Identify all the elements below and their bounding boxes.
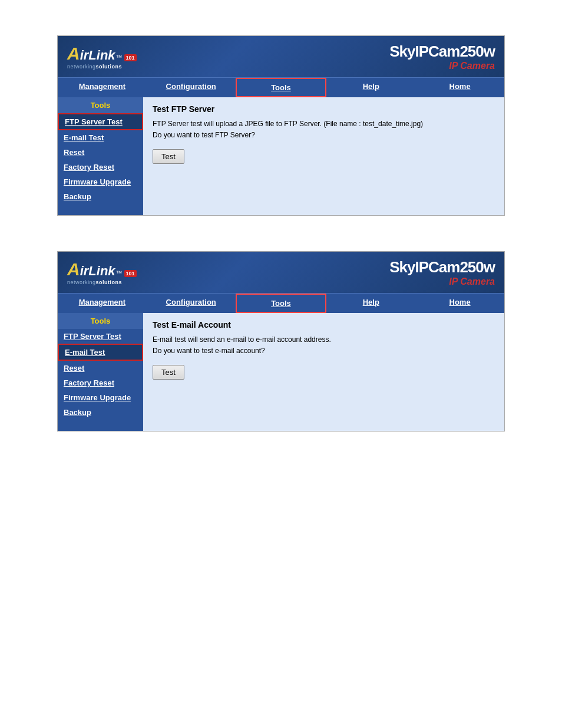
nav-tools-1[interactable]: Tools (236, 78, 327, 97)
sidebar-2: Tools FTP Server Test E-mail Test Reset … (58, 313, 143, 431)
nav-help-1[interactable]: Help (326, 78, 415, 97)
header-1: A irLink ™ 101 networkingsolutions SkyIP… (58, 36, 504, 77)
brand-title-1: SkyIPCam250w IP Camera (389, 42, 495, 71)
sidebar-email-test-2[interactable]: E-mail Test (58, 344, 143, 361)
brand-subtitle-2: IP Camera (389, 276, 495, 287)
content-title-2: Test E-mail Account (153, 320, 495, 330)
logo-a: A (67, 44, 80, 64)
main-1: Tools FTP Server Test E-mail Test Reset … (58, 97, 504, 215)
test-button-1[interactable]: Test (153, 149, 184, 164)
content-line1-2: E-mail test will send an e-mail to e-mai… (153, 335, 331, 344)
content-text-1: FTP Server test will upload a JPEG file … (153, 118, 495, 141)
networking-label-1: networkingsolutions (67, 64, 137, 70)
logo-row-1: A irLink ™ 101 (67, 44, 137, 64)
content-2: Test E-mail Account E-mail test will sen… (143, 313, 504, 431)
nav-tools-2[interactable]: Tools (236, 294, 327, 313)
brand-subtitle-1: IP Camera (389, 61, 495, 71)
camera-ui-2: A irLink ™ 101 networkingsolutions SkyIP… (57, 251, 505, 431)
content-text-2: E-mail test will send an e-mail to e-mai… (153, 334, 495, 357)
logo-area-1: A irLink ™ 101 networkingsolutions (67, 44, 137, 70)
camera-ui-1: A irLink ™ 101 networkingsolutions SkyIP… (57, 35, 505, 216)
sidebar-backup-1[interactable]: Backup (58, 189, 143, 204)
header-2: A irLink ™ 101 networkingsolutions SkyIP… (58, 252, 504, 293)
logo-tm-2: ™ (116, 269, 123, 276)
content-line2-1: Do you want to test FTP Server? (153, 131, 255, 139)
test-button-2[interactable]: Test (153, 365, 184, 380)
sidebar-reset-2[interactable]: Reset (58, 361, 143, 375)
brand-subtitle-text-1: IP Camera (449, 61, 495, 71)
sidebar-1: Tools FTP Server Test E-mail Test Reset … (58, 97, 143, 215)
main-2: Tools FTP Server Test E-mail Test Reset … (58, 313, 504, 431)
sidebar-title-2: Tools (58, 313, 143, 329)
nav-configuration-2[interactable]: Configuration (147, 294, 236, 313)
brand-title-2: SkyIPCam250w IP Camera (389, 258, 495, 287)
nav-home-1[interactable]: Home (415, 78, 504, 97)
nav-home-2[interactable]: Home (415, 294, 504, 313)
networking-label-2: networkingsolutions (67, 279, 137, 285)
content-title-1: Test FTP Server (153, 104, 495, 114)
sidebar-ftp-server-test-1[interactable]: FTP Server Test (58, 113, 143, 130)
logo-irlink: irLink (80, 48, 115, 63)
logo-irlink-2: irLink (80, 263, 115, 279)
sidebar-firmware-upgrade-1[interactable]: Firmware Upgrade (58, 174, 143, 189)
sidebar-email-test-1[interactable]: E-mail Test (58, 130, 143, 145)
content-line1-1: FTP Server test will upload a JPEG file … (153, 120, 423, 128)
nav-help-2[interactable]: Help (326, 294, 415, 313)
brand-name-2: SkyIPCam250w (389, 258, 495, 276)
brand-text-2: SkyIPCam250w (389, 258, 495, 276)
sidebar-factory-reset-2[interactable]: Factory Reset (58, 375, 143, 390)
logo-area-2: A irLink ™ 101 networkingsolutions (67, 259, 137, 285)
nav-management-2[interactable]: Management (58, 294, 147, 313)
sidebar-backup-2[interactable]: Backup (58, 405, 143, 420)
content-1: Test FTP Server FTP Server test will upl… (143, 97, 504, 215)
logo-a-2: A (67, 259, 80, 279)
sidebar-title-1: Tools (58, 97, 143, 113)
nav-1: Management Configuration Tools Help Home (58, 77, 504, 97)
page-wrapper: A irLink ™ 101 networkingsolutions SkyIP… (0, 12, 562, 455)
brand-text-1: SkyIPCam250w (389, 42, 495, 60)
nav-2: Management Configuration Tools Help Home (58, 293, 504, 313)
nav-management-1[interactable]: Management (58, 78, 147, 97)
logo-101-2: 101 (124, 270, 137, 277)
brand-name-1: SkyIPCam250w (389, 42, 495, 61)
logo-row-2: A irLink ™ 101 (67, 259, 137, 279)
brand-subtitle-text-2: IP Camera (449, 276, 495, 286)
logo-101-1: 101 (124, 54, 137, 61)
sidebar-ftp-server-test-2[interactable]: FTP Server Test (58, 329, 143, 344)
content-line2-2: Do you want to test e-mail account? (153, 347, 265, 355)
sidebar-reset-1[interactable]: Reset (58, 145, 143, 160)
logo-tm: ™ (116, 54, 123, 61)
sidebar-factory-reset-1[interactable]: Factory Reset (58, 160, 143, 174)
nav-configuration-1[interactable]: Configuration (147, 78, 236, 97)
sidebar-firmware-upgrade-2[interactable]: Firmware Upgrade (58, 390, 143, 405)
